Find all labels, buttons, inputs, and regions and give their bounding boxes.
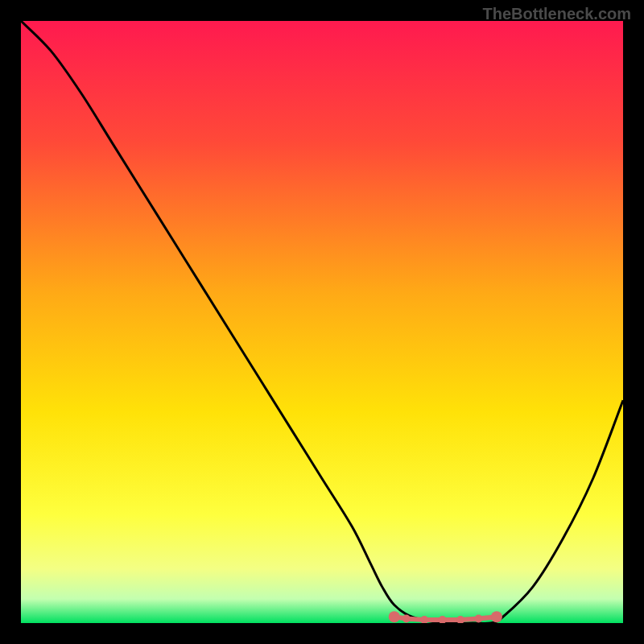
- watermark-text: TheBottleneck.com: [483, 5, 631, 23]
- gradient-background: [21, 21, 623, 623]
- chart-svg: [21, 21, 623, 623]
- svg-point-7: [402, 615, 411, 623]
- svg-point-11: [474, 615, 482, 623]
- bottleneck-chart: [21, 21, 623, 623]
- svg-point-6: [389, 611, 400, 622]
- svg-point-12: [491, 611, 502, 622]
